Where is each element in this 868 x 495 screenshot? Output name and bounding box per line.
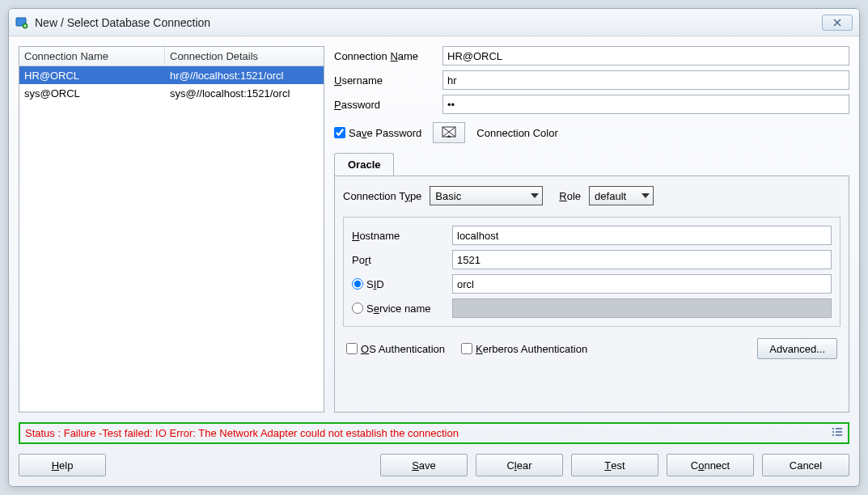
username-input[interactable] [442,70,849,90]
row-save-password: Save Password Connection Color [334,122,849,143]
table-row[interactable]: sys@ORCL sys@//localhost:1521/orcl [19,84,324,102]
label-conn-name: Connection Name [334,50,438,62]
table-body: HR@ORCL hr@//localhost:1521/orcl sys@ORC… [19,66,324,412]
status-bar: Status : Failure -Test failed: IO Error:… [19,422,849,444]
role-value: default [595,190,626,202]
test-button[interactable]: Test [571,454,658,476]
cell-details: sys@//localhost:1521/orcl [165,86,324,101]
host-box: Hostname Port SID [343,217,840,327]
tab-oracle[interactable]: Oracle [334,153,394,176]
port-input[interactable] [452,250,832,269]
label-conn-type: Connection Type [343,190,421,202]
hostname-input[interactable] [452,226,832,245]
col-details-header[interactable]: Connection Details [165,47,324,66]
connection-color-button[interactable] [433,122,465,143]
status-text: Status : Failure -Test failed: IO Error:… [25,427,459,439]
row-auth: OS Authentication Kerberos Authenticatio… [343,336,840,361]
service-input [452,298,832,318]
label-os-auth: OS Authentication [361,343,445,355]
password-input[interactable] [442,95,849,114]
row-conn-name: Connection Name [334,46,849,66]
label-port: Port [352,254,371,266]
button-row: Help Save Clear Test Connect Cancel [9,449,859,486]
conn-type-select[interactable]: Basic [430,186,543,205]
cancel-button[interactable]: Cancel [762,454,849,476]
close-button[interactable] [822,15,853,31]
chevron-down-icon [531,193,539,198]
label-username: Username [334,74,438,87]
role-select[interactable]: default [589,186,654,205]
row-username: Username [334,70,849,90]
label-conn-color: Connection Color [476,127,557,139]
table-row[interactable]: HR@ORCL hr@//localhost:1521/orcl [19,66,324,84]
form-panel: Connection Name Username Password Save P… [334,46,849,412]
service-radio[interactable] [352,302,363,314]
label-role: Role [559,190,581,202]
clear-button[interactable]: Clear [476,454,563,476]
save-button[interactable]: Save [380,454,468,476]
cell-name: sys@ORCL [19,86,165,101]
tab-body-oracle: Connection Type Basic Role default Hostn… [334,176,849,412]
titlebar: New / Select Database Connection [9,9,859,36]
label-sid: SID [366,278,384,290]
conn-name-input[interactable] [442,46,849,66]
sid-radio[interactable] [352,278,363,290]
row-service: Service name [352,298,832,318]
tabstrip: Oracle [334,153,849,176]
sid-input[interactable] [452,274,832,294]
col-name-header[interactable]: Connection Name [19,47,165,66]
label-kerberos-auth: Kerberos Authentication [476,343,587,355]
row-sid: SID [352,274,832,294]
color-swatch-icon [442,126,456,139]
cell-name: HR@ORCL [19,68,165,83]
label-hostname: Hostname [352,230,400,242]
row-port: Port [352,250,832,269]
content-area: Connection Name Connection Details HR@OR… [9,36,859,422]
label-service: Service name [366,302,430,315]
connection-dialog: New / Select Database Connection Connect… [8,8,860,487]
table-header: Connection Name Connection Details [19,47,324,66]
connections-table: Connection Name Connection Details HR@OR… [19,46,324,412]
close-icon [832,19,842,27]
row-password: Password [334,95,849,114]
help-button[interactable]: Help [19,454,106,476]
save-password-checkbox[interactable] [334,127,345,138]
kerberos-auth-checkbox[interactable] [461,343,472,354]
row-conn-type: Connection Type Basic Role default [343,186,840,205]
advanced-button[interactable]: Advanced... [757,338,837,359]
conn-type-value: Basic [435,190,461,202]
status-list-icon[interactable] [832,427,843,439]
os-auth-checkbox[interactable] [346,343,358,354]
window-title: New / Select Database Connection [35,16,822,29]
cell-details: hr@//localhost:1521/orcl [165,68,324,83]
connect-button[interactable]: Connect [667,454,754,476]
row-hostname: Hostname [352,226,832,245]
app-icon [15,16,28,29]
label-password: Password [334,99,438,111]
chevron-down-icon [641,193,650,198]
label-save-password: Save Password [349,127,421,139]
